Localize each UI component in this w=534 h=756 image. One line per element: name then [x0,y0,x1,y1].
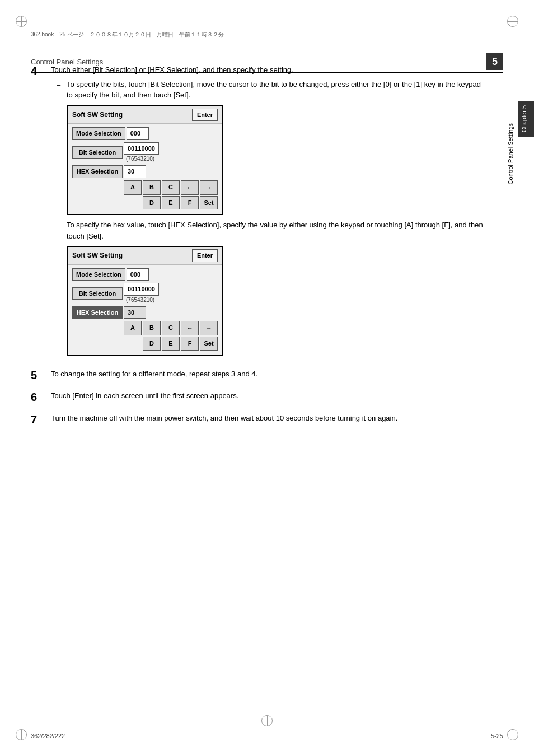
key-set-1[interactable]: Set [200,196,218,210]
sw-box-1-body: Mode Selection 000 Bit Selection 0011000… [68,124,222,214]
step-5: 5 To change the setting for a different … [31,368,484,383]
chapter-tab: Chapter 5 [518,101,534,137]
key-e-2[interactable]: E [162,337,180,351]
key-left-1[interactable]: ← [181,180,199,195]
bit-sub-2: (76543210) [124,296,159,304]
step-7-text: Turn the machine off with the main power… [51,413,484,424]
key-right-1[interactable]: → [200,180,218,195]
key-c-2[interactable]: C [162,321,180,335]
key-b-1[interactable]: B [143,180,161,195]
sw-keypad-2: A B C ← → D E F Set [72,321,218,352]
sw-keypad-row1-2: A B C ← → [124,321,218,335]
reg-mark-top-left [16,16,27,27]
dash-item-2: – To specify the hex value, touch [HEX S… [57,220,484,241]
hex-label-2[interactable]: HEX Selection [72,306,123,319]
step-7-content: Turn the machine off with the main power… [51,413,484,427]
sw-keypad-row2-1: D E F Set [143,196,218,210]
footer: 362/282/222 5-25 [31,729,503,739]
chapter-number: 5 [486,53,503,70]
key-a-1[interactable]: A [124,180,142,195]
step-6-content: Touch [Enter] in each screen until the f… [51,390,484,405]
key-right-2[interactable]: → [200,321,218,335]
sw-keypad-row2-2: D E F Set [143,337,218,351]
sw-box-2-body: Mode Selection 000 Bit Selection 0011000… [68,265,222,355]
key-d-2[interactable]: D [143,337,161,351]
hex-value-1: 30 [124,165,146,178]
key-c-1[interactable]: C [162,180,180,195]
bit-value-block-1: 00110000 (76543210) [124,142,159,164]
key-set-2[interactable]: Set [200,337,218,351]
key-e-1[interactable]: E [162,196,180,210]
reg-mark-top-right [507,16,518,27]
step-7-number: 7 [31,413,48,426]
sidebar-label: Control Panel Settings [507,123,514,184]
sw-box-1-enter[interactable]: Enter [192,109,218,122]
bit-value-1: 00110000 [124,142,159,155]
step-4-number: 4 [31,64,48,78]
sw-row-mode-1: Mode Selection 000 [72,127,218,140]
sw-box-2-header: Soft SW Setting Enter [68,247,222,265]
step-4-content: Touch either [Bit Selection] or [HEX Sel… [51,64,484,361]
sw-box-2-title: Soft SW Setting [72,250,123,260]
dash-item-1: – To specify the bits, touch [Bit Select… [57,79,484,101]
bit-value-block-2: 00110000 (76543210) [124,283,159,304]
sw-box-1-header: Soft SW Setting Enter [68,106,222,124]
step-6-text: Touch [Enter] in each screen until the f… [51,390,484,402]
hex-value-2: 30 [124,306,146,319]
reg-mark-bottom-right [507,729,518,740]
step-7: 7 Turn the machine off with the main pow… [31,413,484,427]
bit-value-2: 00110000 [124,283,159,296]
sw-box-1: Soft SW Setting Enter Mode Selection 000… [67,105,223,216]
sw-row-bit-2: Bit Selection 00110000 (76543210) [72,283,218,304]
key-f-2[interactable]: F [181,337,199,351]
sw-keypad-row1-1: A B C ← → [124,180,218,195]
mode-value-1: 000 [127,127,149,140]
bit-label-1[interactable]: Bit Selection [72,146,123,159]
key-d-1[interactable]: D [143,196,161,210]
bottom-center-reg [261,715,273,728]
footer-left: 362/282/222 [31,732,65,739]
reg-mark-bottom-left [16,729,27,740]
main-content: 4 Touch either [Bit Selection] or [HEX S… [31,64,484,711]
sw-box-2: Soft SW Setting Enter Mode Selection 000… [67,246,223,356]
step-5-text: To change the setting for a different mo… [51,368,484,380]
mode-value-2: 000 [127,268,149,281]
key-a-2[interactable]: A [124,321,142,335]
step-6-number: 6 [31,390,48,404]
dash-2-symbol: – [57,220,67,231]
mode-label-1[interactable]: Mode Selection [72,127,125,140]
step-5-content: To change the setting for a different mo… [51,368,484,383]
hex-label-1[interactable]: HEX Selection [72,165,123,178]
bit-sub-1: (76543210) [124,155,159,163]
key-b-2[interactable]: B [143,321,161,335]
dash-1-text: To specify the bits, touch [Bit Selectio… [67,79,484,101]
bit-label-2[interactable]: Bit Selection [72,287,123,300]
step-4-text: Touch either [Bit Selection] or [HEX Sel… [51,64,484,76]
sw-box-1-title: Soft SW Setting [72,110,123,120]
key-f-1[interactable]: F [181,196,199,210]
footer-right: 5-25 [491,732,503,739]
sw-row-hex-2: HEX Selection 30 [72,306,218,319]
mode-label-2[interactable]: Mode Selection [72,268,125,281]
top-meta: 362.book 25 ページ ２００８年１０月２０日 月曜日 午前１１時３２分 [31,31,224,39]
key-left-2[interactable]: ← [181,321,199,335]
step-5-number: 5 [31,368,48,382]
step-4: 4 Touch either [Bit Selection] or [HEX S… [31,64,484,361]
sw-keypad-1: A B C ← → D E F Set [72,180,218,211]
dash-1-symbol: – [57,80,67,91]
dash-2-text: To specify the hex value, touch [HEX Sel… [67,220,484,241]
step-6: 6 Touch [Enter] in each screen until the… [31,390,484,405]
sw-box-2-enter[interactable]: Enter [192,249,218,262]
sw-row-bit-1: Bit Selection 00110000 (76543210) [72,142,218,164]
sw-row-hex-1: HEX Selection 30 [72,165,218,178]
sw-row-mode-2: Mode Selection 000 [72,268,218,281]
